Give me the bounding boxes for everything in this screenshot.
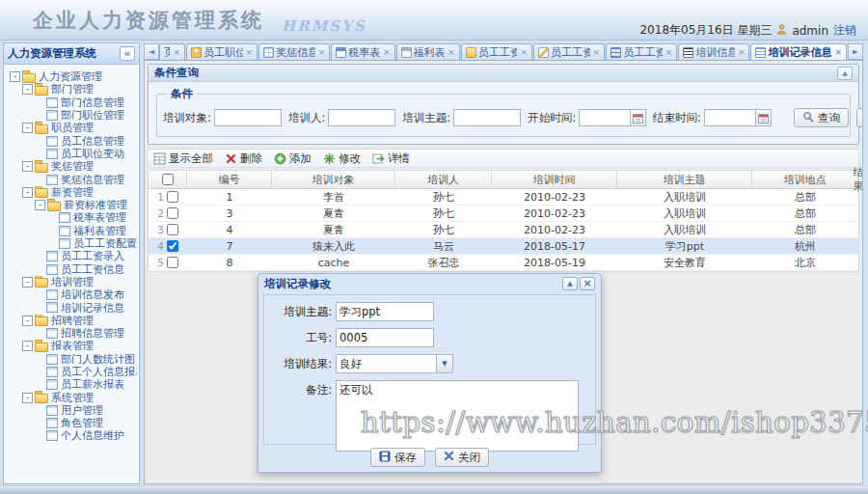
row-select-cell: 3 (149, 224, 187, 235)
toolbar-button-detail[interactable]: 详情 (372, 151, 410, 166)
close-button[interactable]: 关闭 (435, 448, 489, 467)
tree-item-leaf[interactable]: 招聘信息管理 (6, 327, 137, 340)
tab-item[interactable]: 员工工资配置× (461, 43, 532, 60)
tree-item-leaf[interactable]: 员工薪水报表 (6, 378, 137, 391)
tree-item-folder[interactable]: -薪资管理 (6, 186, 137, 199)
tree-item-leaf[interactable]: 员工信息管理 (6, 134, 137, 147)
select-all-checkbox[interactable] (162, 174, 174, 185)
tab-item[interactable]: 员工工资录入× (533, 43, 605, 60)
tree-item-leaf[interactable]: 奖惩信息管理 (6, 173, 137, 185)
row-checkbox[interactable] (167, 257, 178, 268)
collapse-toggle-icon[interactable]: - (22, 341, 33, 351)
close-tab-icon[interactable]: × (834, 47, 842, 57)
query-input[interactable] (328, 109, 395, 126)
tree-item-leaf[interactable]: 员工个人信息报表 (6, 366, 137, 378)
save-button[interactable]: 保存 (370, 448, 425, 467)
query-input[interactable] (453, 109, 521, 126)
table-row[interactable]: 58cache张召忠2018-05-19安全教育北京不及格 (149, 255, 858, 271)
tree-item-folder[interactable]: -职员管理 (6, 122, 137, 134)
tab-active[interactable]: 培训记录信息× (750, 43, 847, 60)
close-tab-icon[interactable]: × (665, 47, 673, 57)
training-topic-input[interactable] (336, 302, 434, 321)
close-tab-icon[interactable]: × (738, 47, 746, 57)
tab-scroll-left-icon[interactable]: ◄ (144, 43, 159, 60)
tree-item-leaf[interactable]: 税率表管理 (6, 211, 137, 224)
tree-item-folder[interactable]: -报表管理 (6, 340, 137, 352)
close-tab-icon[interactable]: × (318, 47, 326, 57)
query-input[interactable] (579, 109, 631, 126)
tree-item-leaf[interactable]: 部门人数统计图 (6, 353, 137, 366)
tree-item-leaf[interactable]: 福利表管理 (6, 225, 137, 237)
employee-no-input[interactable] (336, 328, 434, 347)
table-row[interactable]: 11李首孙七2010-02-23入职培训总部未参加 (149, 189, 858, 206)
tree-item-folder[interactable]: -系统管理 (6, 391, 137, 403)
collapse-toggle-icon[interactable]: - (22, 316, 33, 326)
tree-item-folder[interactable]: -薪资标准管理 (6, 199, 137, 211)
column-header: 结果 (858, 171, 859, 188)
tree-item-folder[interactable]: -奖惩管理 (6, 160, 137, 173)
close-tab-icon[interactable]: × (383, 47, 391, 57)
cancel-button[interactable]: 取消 (856, 108, 863, 127)
tab-item[interactable]: 税率表管理× (331, 43, 394, 60)
collapse-toggle-icon[interactable]: - (35, 200, 45, 210)
chevron-down-icon[interactable]: ▼ (436, 355, 452, 372)
table-row[interactable]: 23夏青孙七2010-02-23入职培训总部良好 (149, 206, 858, 222)
toolbar-button-delete[interactable]: 删除 (225, 151, 262, 166)
close-tab-icon[interactable]: × (520, 47, 528, 57)
tree-item-leaf[interactable]: 培训信息发布 (6, 288, 137, 301)
close-tab-icon[interactable]: × (173, 47, 180, 57)
training-result-select[interactable]: 良好 ▼ (336, 354, 453, 373)
collapse-toggle-icon[interactable]: - (22, 393, 33, 403)
tree-item-folder[interactable]: -培训管理 (6, 276, 137, 288)
row-checkbox[interactable] (167, 240, 178, 252)
collapse-toggle-icon[interactable]: - (22, 161, 33, 172)
tab-item[interactable]: 员工工资信息× (606, 43, 677, 60)
panel-collapse-icon[interactable]: ▲ (837, 67, 853, 80)
tree-item-leaf[interactable]: 员工工资配置 (6, 237, 137, 250)
tree-item-leaf[interactable]: 员工职位变动 (6, 148, 137, 160)
tab-item[interactable]: 福利表管理× (396, 43, 460, 60)
close-tab-icon[interactable]: × (448, 47, 455, 57)
sidebar-collapse-icon[interactable]: « (120, 46, 135, 61)
table-row[interactable]: 34夏青孙七2010-02-23入职培训总部优秀 (149, 222, 858, 238)
tree-item-leaf[interactable]: 个人信息维护 (6, 429, 137, 442)
toolbar-button-show-all[interactable]: 显示全部 (153, 151, 213, 166)
query-input[interactable] (214, 109, 282, 126)
tree-item-leaf[interactable]: 用户管理 (6, 404, 137, 417)
row-checkbox[interactable] (167, 191, 178, 203)
tree-item-leaf[interactable]: 部门职位管理 (6, 109, 137, 122)
tree-item-leaf[interactable]: 员工工资录入 (6, 250, 137, 262)
toolbar-button-add[interactable]: 添加 (274, 151, 312, 166)
table-row[interactable]: 47猿来入此马云2018-05-17学习ppt杭州良好 (149, 238, 858, 255)
tree-item-folder[interactable]: -人力资源管理 (6, 70, 137, 83)
tree-item-leaf[interactable]: 部门信息管理 (6, 96, 137, 109)
collapse-toggle-icon[interactable]: - (22, 84, 33, 95)
tree-item-folder[interactable]: -部门管理 (6, 83, 137, 96)
dialog-close-icon[interactable]: × (580, 277, 595, 290)
logout-link[interactable]: 注销 (833, 22, 856, 39)
calendar-icon[interactable] (756, 109, 772, 126)
calendar-icon[interactable] (631, 109, 646, 126)
collapse-toggle-icon[interactable]: - (22, 123, 33, 133)
toolbar-button-modify[interactable]: 修改 (323, 151, 361, 166)
tab-item[interactable]: 员工职位变动× (186, 43, 258, 60)
tab-item[interactable]: 奖惩信息管理× (258, 43, 330, 60)
tree-item-leaf[interactable]: 角色管理 (6, 417, 137, 429)
tree-item-folder[interactable]: -招聘管理 (6, 315, 137, 327)
dialog-minimize-icon[interactable]: ▲ (562, 277, 578, 290)
tab-home-partial[interactable]: 页 × (159, 43, 185, 60)
close-tab-icon[interactable]: × (246, 47, 254, 57)
row-checkbox[interactable] (167, 207, 178, 219)
query-input[interactable] (704, 109, 756, 126)
tab-item[interactable]: 培训信息发布× (678, 43, 749, 60)
collapse-toggle-icon[interactable]: - (10, 71, 20, 82)
collapse-toggle-icon[interactable]: - (22, 187, 33, 198)
tree-item-leaf[interactable]: 员工工资信息 (6, 262, 137, 275)
row-checkbox[interactable] (167, 224, 178, 235)
tab-scroll-right-icon[interactable]: ► (848, 43, 863, 60)
search-button[interactable]: 查询 (794, 108, 849, 127)
tree-item-leaf[interactable]: 培训记录信息 (6, 301, 137, 314)
close-tab-icon[interactable]: × (593, 47, 601, 57)
document-icon (46, 302, 58, 313)
collapse-toggle-icon[interactable]: - (22, 277, 33, 288)
